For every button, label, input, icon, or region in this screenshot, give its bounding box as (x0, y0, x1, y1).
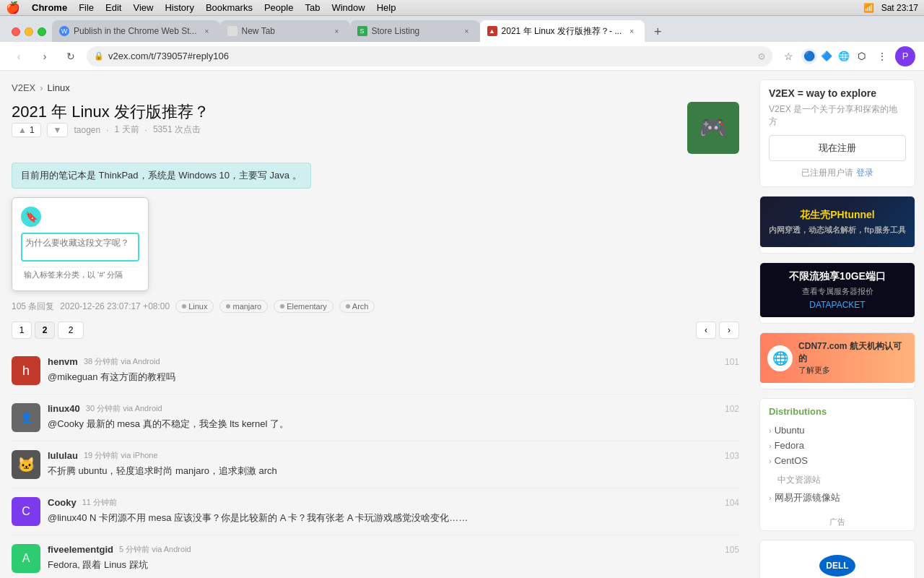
profile-button[interactable]: P (895, 46, 915, 66)
ext-icon-2[interactable]: 🔷 (819, 48, 834, 64)
menu-bar: 🍎 Chrome File Edit View History Bookmark… (0, 0, 924, 16)
post-meta: ▲ 1 ▼ taogen · 1 天前 · 5351 次点击 (12, 123, 209, 137)
chevron-ubuntu-icon: › (769, 426, 772, 435)
new-tab-button[interactable]: + (648, 22, 668, 42)
dell-logo: DELL (819, 555, 855, 577)
prev-page-button[interactable]: ‹ (696, 322, 716, 339)
menu-history[interactable]: History (165, 2, 193, 13)
register-button[interactable]: 现在注册 (769, 135, 906, 161)
minimize-window-button[interactable] (25, 27, 33, 36)
bookmark-tags-input[interactable] (21, 267, 139, 282)
comment-body-104: Cooky 11 分钟前 104 @linux40 N 卡闭源不用 mesa 应… (48, 497, 739, 526)
reload-button[interactable]: ↻ (61, 46, 81, 66)
next-page-button[interactable]: › (719, 322, 739, 339)
comment-num-101: 101 (725, 357, 739, 367)
menu-file[interactable]: File (79, 2, 94, 13)
tab-close-linux[interactable]: × (626, 25, 637, 37)
close-window-button[interactable] (12, 27, 20, 36)
dist-item-ubuntu[interactable]: › Ubuntu (769, 423, 906, 438)
menu-window[interactable]: Window (331, 2, 365, 13)
menu-people[interactable]: People (264, 2, 293, 13)
breadcrumb-category[interactable]: Linux (48, 82, 70, 93)
tab-newtab[interactable]: New Tab × (220, 20, 350, 42)
forward-button[interactable]: › (35, 46, 55, 66)
tag-elementary[interactable]: Elementary (274, 300, 334, 313)
page-btn-1[interactable]: 1 (12, 322, 32, 339)
avatar-lululau: 🐱 (12, 450, 40, 479)
post-views: 5351 次点击 (153, 124, 201, 136)
tab-close-newtab[interactable]: × (331, 25, 343, 37)
ad-phtunnel-content[interactable]: 花生壳PHtunnel 内网穿透，动态域名解析，ftp服务工具 (760, 197, 915, 247)
downvote-button[interactable]: ▼ (47, 123, 69, 137)
ext-icon-1[interactable]: 🔵 (801, 48, 817, 64)
tab-store[interactable]: S Store Listing × (350, 20, 480, 42)
menu-button[interactable]: ⋮ (872, 46, 892, 66)
cdn77-icon: 🌐 (767, 345, 793, 371)
upvote-button[interactable]: ▲ 1 (12, 123, 41, 137)
sidebar-ad-cdn77: 🌐 CDN77.com 航天机构认可的 了解更多 (759, 332, 915, 389)
comment-username-101[interactable]: henvm (48, 356, 78, 367)
tag-arch[interactable]: Arch (339, 300, 375, 313)
dist-label-centos: CentOS (775, 455, 808, 466)
comment-105: A fiveelementgid 5 分钟前 via Android 105 F… (12, 535, 739, 578)
address-text: v2ex.com/t/739057#reply106 (108, 51, 754, 61)
maximize-window-button[interactable] (38, 27, 46, 36)
tab-close-publish[interactable]: × (201, 25, 213, 37)
ext-icon-3[interactable]: 🌐 (836, 48, 852, 64)
comment-header-101: henvm 38 分钟前 via Android 101 (48, 356, 739, 367)
tag-manjaro[interactable]: manjaro (219, 300, 268, 313)
page-btn-2[interactable]: 2 (35, 322, 55, 339)
bookmark-star-button[interactable]: ☆ (778, 46, 798, 66)
comment-meta-102: 30 分钟前 via Android (86, 403, 162, 414)
comments-list: h henvm 38 分钟前 via Android 101 @mikeguan… (12, 348, 739, 578)
avatar-img-lululau: 🐱 (12, 450, 40, 479)
back-button[interactable]: ‹ (9, 46, 29, 66)
comment-meta-101: 38 分钟前 via Android (84, 356, 160, 367)
post-author[interactable]: taogen (74, 125, 100, 135)
tune-icon[interactable]: ⊙ (758, 51, 765, 61)
dist-item-fedora[interactable]: › Fedora (769, 438, 906, 453)
comment-username-104[interactable]: Cooky (48, 497, 77, 508)
menu-help[interactable]: Help (377, 2, 396, 13)
page-input[interactable] (58, 322, 84, 339)
login-link[interactable]: 登录 (856, 168, 873, 178)
dist-item-centos[interactable]: › CentOS (769, 453, 906, 468)
bookmark-note-input[interactable] (21, 233, 139, 262)
lock-icon: 🔒 (94, 51, 104, 61)
ext-icon-4[interactable]: ⬡ (853, 48, 869, 64)
comment-username-102[interactable]: linux40 (48, 403, 80, 414)
menu-view[interactable]: View (133, 2, 153, 13)
tab-close-store[interactable]: × (461, 25, 473, 37)
apple-menu[interactable]: 🍎 (6, 1, 20, 14)
comment-username-105[interactable]: fiveelementgid (48, 544, 113, 555)
post-timeago: 1 天前 (115, 124, 139, 136)
tag-dot-3 (280, 304, 284, 309)
sidebar-ad-datapacket: 不限流独享10GE端口 查看专属服务器报价 DATAPACKET (759, 262, 915, 324)
traffic-lights (6, 27, 52, 42)
comment-username-103[interactable]: lululau (48, 450, 78, 461)
address-bar[interactable]: 🔒 v2ex.com/t/739057#reply106 ⊙ (87, 46, 772, 66)
upvote-icon: ▲ (18, 125, 27, 135)
avatar-img-linux40: 👤 (12, 403, 40, 432)
dist-item-wangyi[interactable]: › 网易开源镜像站 (769, 489, 906, 506)
tab-linux[interactable]: ▲ 2021 年 Linux 发行版推荐？- ... × (480, 20, 645, 42)
tab-publish[interactable]: W Publish in the Chrome Web St... × (52, 20, 220, 42)
breadcrumb-root[interactable]: V2EX (12, 82, 35, 93)
sidebar-dell-ad[interactable]: DELL 建筑设计师测评 高性能工作站 直降 万元 (759, 540, 915, 578)
content-area: V2EX › Linux 2021 年 Linux 发行版推荐？ ▲ 1 ▼ t… (0, 71, 924, 578)
menu-tab[interactable]: Tab (305, 2, 320, 13)
ad-datapacket-content[interactable]: 不限流独享10GE端口 查看专属服务器报价 DATAPACKET (760, 263, 915, 317)
login-text: 已注册用户请 登录 (769, 167, 906, 179)
dist-label-fedora: Fedora (775, 440, 804, 451)
highlighted-text: 目前用的笔记本是 ThinkPad，系统是 Windows 10，主要写 Jav… (12, 163, 311, 189)
comment-num-105: 105 (725, 545, 739, 555)
bookmark-header: 🔖 (21, 207, 139, 227)
tag-linux[interactable]: Linux (175, 300, 214, 313)
pagination: 1 2 ‹ › (12, 322, 739, 339)
menu-chrome[interactable]: Chrome (32, 2, 67, 13)
ad-label-small: 广告 (760, 514, 915, 530)
breadcrumb-separator: › (40, 82, 43, 93)
menu-edit[interactable]: Edit (105, 2, 121, 13)
ad-cdn77-content[interactable]: 🌐 CDN77.com 航天机构认可的 了解更多 (760, 333, 915, 383)
menu-bookmarks[interactable]: Bookmarks (206, 2, 253, 13)
